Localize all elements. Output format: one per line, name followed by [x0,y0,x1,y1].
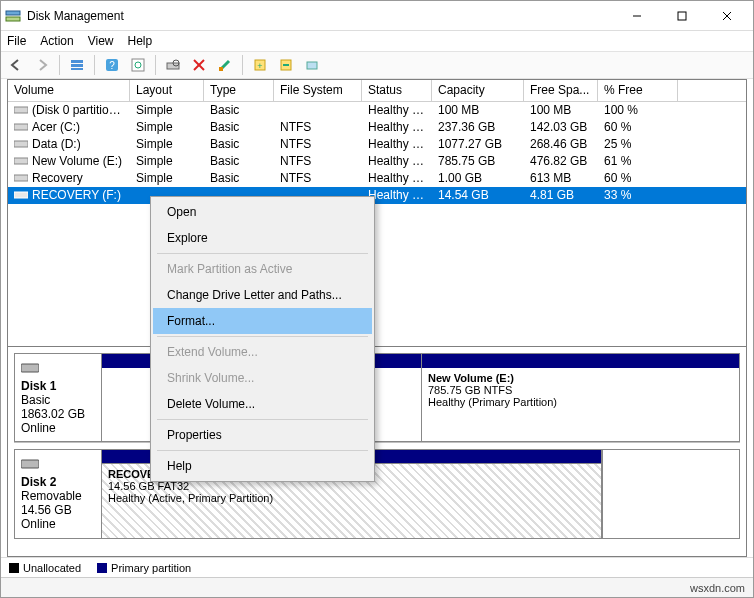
volume-row[interactable]: Data (D:) Simple Basic NTFS Healthy (P..… [8,136,746,153]
disk-info[interactable]: Disk 2 Removable 14.56 GB Online [14,449,102,539]
disk-info[interactable]: Disk 1 Basic 1863.02 GB Online [14,353,102,442]
partition[interactable]: New Volume (E:) 785.75 GB NTFS Healthy (… [422,354,739,441]
legend-primary: Primary partition [111,562,191,574]
swatch-primary [97,563,107,573]
svg-rect-0 [6,11,20,15]
menu-change-drive-letter[interactable]: Change Drive Letter and Paths... [153,282,372,308]
col-type[interactable]: Type [204,80,274,101]
svg-rect-17 [219,67,223,71]
help-button[interactable]: ? [101,54,123,76]
context-menu: Open Explore Mark Partition as Active Ch… [150,196,375,482]
disk-graphic-pane: Disk 1 Basic 1863.02 GB Online New Volum… [7,347,747,557]
properties-button[interactable] [214,54,236,76]
svg-rect-8 [71,68,83,70]
window-title: Disk Management [27,9,614,23]
col-pct[interactable]: % Free [598,80,678,101]
menu-extend-volume: Extend Volume... [153,339,372,365]
status-bar: wsxdn.com [1,577,753,597]
drive-icon [14,155,28,165]
volume-row-selected[interactable]: RECOVERY (F:) Healthy (A... 14.54 GB 4.8… [8,187,746,204]
disk-state: Online [21,517,95,531]
svg-rect-3 [678,12,686,20]
disk-row: Disk 1 Basic 1863.02 GB Online New Volum… [14,353,740,443]
partition-status: Healthy (Primary Partition) [428,396,733,408]
separator [157,336,368,337]
back-button[interactable] [5,54,27,76]
svg-text:+: + [257,61,262,71]
menu-bar: File Action View Help [1,31,753,51]
col-layout[interactable]: Layout [130,80,204,101]
svg-rect-23 [14,124,28,130]
disk-row: Disk 2 Removable 14.56 GB Online RECOVER… [14,449,740,539]
drive-icon [14,138,28,148]
disk-icon [21,456,95,473]
separator [157,419,368,420]
menu-explore[interactable]: Explore [153,225,372,251]
legend-unallocated: Unallocated [23,562,81,574]
drive-icon [14,121,28,131]
svg-rect-1 [6,17,20,21]
svg-rect-7 [71,64,83,67]
svg-rect-21 [307,62,317,69]
volume-row[interactable]: New Volume (E:) Simple Basic NTFS Health… [8,153,746,170]
toolbar: ? + [1,51,753,79]
svg-rect-28 [21,364,39,372]
col-volume[interactable]: Volume [8,80,130,101]
menu-shrink-volume: Shrink Volume... [153,365,372,391]
disk-name: Disk 2 [21,475,56,489]
svg-rect-27 [14,192,28,198]
menu-file[interactable]: File [7,34,26,48]
col-fs[interactable]: File System [274,80,362,101]
col-free[interactable]: Free Spa... [524,80,598,101]
drive-icon [14,172,28,182]
disk-size: 1863.02 GB [21,407,95,421]
menu-view[interactable]: View [88,34,114,48]
menu-delete-volume[interactable]: Delete Volume... [153,391,372,417]
refresh-button[interactable] [127,54,149,76]
disk-name: Disk 1 [21,379,56,393]
view-list-button[interactable] [66,54,88,76]
maximize-button[interactable] [659,1,704,30]
svg-rect-25 [14,158,28,164]
partition-info: 785.75 GB NTFS [428,384,733,396]
partition-empty[interactable] [602,450,739,538]
svg-rect-11 [132,59,144,71]
partition-status: Healthy (Active, Primary Partition) [108,492,595,504]
svg-text:?: ? [109,60,115,71]
title-bar: Disk Management [1,1,753,31]
delete-button[interactable] [188,54,210,76]
svg-rect-24 [14,141,28,147]
volume-row[interactable]: Acer (C:) Simple Basic NTFS Healthy (B..… [8,119,746,136]
volume-list[interactable]: Volume Layout Type File System Status Ca… [7,79,747,347]
disk-size: 14.56 GB [21,503,95,517]
forward-button[interactable] [31,54,53,76]
separator [157,253,368,254]
minimize-button[interactable] [614,1,659,30]
legend: Unallocated Primary partition [1,557,753,577]
rescan-button[interactable] [162,54,184,76]
menu-properties[interactable]: Properties [153,422,372,448]
watermark: wsxdn.com [690,582,745,594]
col-status[interactable]: Status [362,80,432,101]
svg-rect-6 [71,60,83,63]
disk-state: Online [21,421,95,435]
app-icon [5,8,21,24]
menu-format[interactable]: Format... [153,308,372,334]
drive-icon [14,189,28,199]
close-button[interactable] [704,1,749,30]
column-headers: Volume Layout Type File System Status Ca… [8,80,746,102]
menu-help[interactable]: Help [128,34,153,48]
disk-type: Basic [21,393,95,407]
disk-icon [21,360,95,377]
disk-type: Removable [21,489,95,503]
svg-rect-29 [21,460,39,468]
col-capacity[interactable]: Capacity [432,80,524,101]
menu-help[interactable]: Help [153,453,372,479]
attach-vhd-button[interactable] [275,54,297,76]
volume-row[interactable]: (Disk 0 partition 1) Simple Basic Health… [8,102,746,119]
detach-vhd-button[interactable] [301,54,323,76]
menu-action[interactable]: Action [40,34,73,48]
create-vhd-button[interactable]: + [249,54,271,76]
menu-open[interactable]: Open [153,199,372,225]
volume-row[interactable]: Recovery Simple Basic NTFS Healthy (... … [8,170,746,187]
